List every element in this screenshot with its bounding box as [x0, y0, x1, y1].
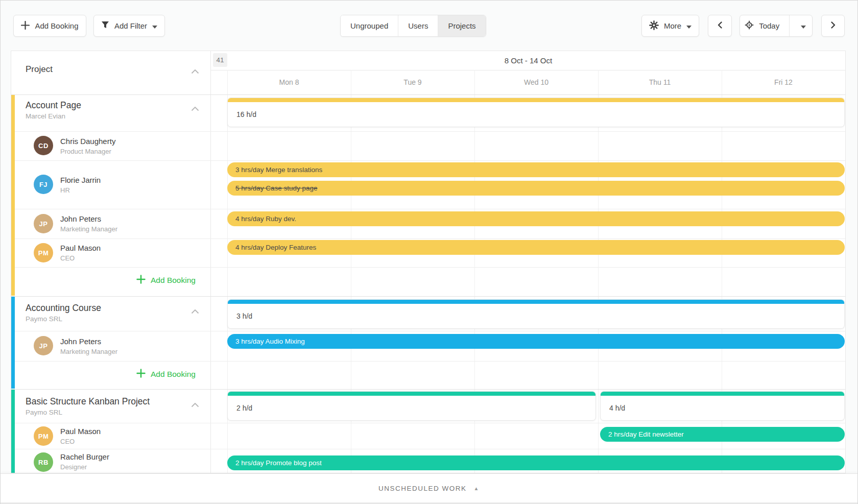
plus-icon	[136, 275, 146, 286]
row-divider	[11, 131, 846, 132]
avatar: FJ	[34, 175, 53, 194]
group-by-header: Project	[26, 64, 53, 75]
row-divider	[11, 209, 846, 209]
unscheduled-work-toggle[interactable]: UNSCHEDULED WORK ▲	[1, 473, 857, 503]
member-name: John Peters	[60, 337, 117, 346]
member-john-peters: John Peters Marketing Manager	[60, 209, 117, 238]
booking-label: 3 hrs/day Merge translations	[235, 166, 322, 174]
day-header-wed: Wed 10	[474, 70, 598, 94]
row-divider	[11, 94, 846, 95]
tab-users[interactable]: Users	[398, 15, 438, 36]
summary-hours-label: 3 h/d	[228, 304, 844, 328]
summary-card-strip	[228, 300, 844, 304]
member-chris-daugherty: Chris Daugherty Product Manager	[60, 131, 115, 160]
project-color-strip-accounting-course	[11, 297, 15, 389]
collapse-project-chevron-icon[interactable]	[191, 104, 199, 113]
project-subtitle: Marcel Evian	[26, 112, 81, 120]
today-label: Today	[759, 21, 779, 30]
add-filter-button[interactable]: Add Filter	[93, 15, 165, 37]
add-booking-button[interactable]: Add Booking	[13, 15, 86, 37]
schedule-panel: 41 8 Oct - 14 Oct Mon 8 Tue 9 Wed 10 Thu…	[11, 51, 846, 473]
add-booking-row-accounting-course[interactable]: Add Booking	[136, 369, 196, 380]
project-summary-card-accounting-course: 3 h/d	[227, 299, 845, 329]
project-color-strip-basic-structure	[11, 390, 15, 473]
avatar: JP	[34, 214, 53, 233]
avatar: RB	[34, 452, 53, 472]
gear-icon	[649, 20, 659, 32]
project-summary-card-basic-structure-1: 2 h/d	[227, 391, 596, 421]
member-john-peters: John Peters Marketing Manager	[60, 331, 117, 361]
tab-projects[interactable]: Projects	[438, 15, 485, 36]
project-header-accounting-course: Accounting Course Paymo SRL	[26, 303, 101, 323]
caret-down-icon	[686, 21, 692, 30]
project-header-basic-structure: Basic Structure Kanban Project Paymo SRL	[26, 396, 150, 416]
booking-bar-deploy-features[interactable]: 4 hrs/day Deploy Features	[227, 240, 845, 255]
collapse-project-chevron-icon[interactable]	[191, 307, 199, 316]
plus-icon	[21, 21, 30, 31]
project-subtitle: Paymo SRL	[26, 315, 101, 323]
today-split-button: Today	[740, 15, 813, 37]
booking-bar-case-study-page[interactable]: 5 hrs/day Case study page	[227, 181, 845, 196]
date-picker-caret-button[interactable]	[795, 15, 812, 36]
avatar: PM	[34, 243, 53, 262]
tab-ungrouped[interactable]: Ungrouped	[341, 15, 398, 36]
booking-label: 4 hrs/day Deploy Features	[235, 244, 316, 251]
member-name: John Peters	[60, 214, 117, 223]
project-header-account-page: Account Page Marcel Evian	[26, 100, 81, 120]
avatar: CD	[34, 136, 53, 155]
row-divider	[11, 238, 846, 239]
scheduler-app: Add Booking Add Filter Ungrouped Users P…	[0, 0, 858, 504]
summary-hours-label: 2 h/d	[228, 396, 595, 420]
summary-card-strip	[601, 392, 844, 396]
project-summary-card-basic-structure-2: 4 h/d	[600, 391, 845, 421]
project-title: Basic Structure Kanban Project	[26, 396, 150, 407]
project-title: Accounting Course	[26, 303, 101, 314]
day-header-thu: Thu 11	[598, 70, 722, 94]
collapse-up-icon: ▲	[474, 486, 480, 491]
project-title: Account Page	[26, 100, 81, 111]
booking-bar-edit-newsletter[interactable]: 2 hrs/day Edit newsletter	[600, 427, 845, 442]
grouping-tabs: Ungrouped Users Projects	[340, 15, 486, 37]
summary-card-strip	[228, 392, 595, 396]
caret-down-icon	[801, 21, 806, 30]
booking-bar-ruby-dev[interactable]: 4 hrs/day Ruby dev.	[227, 211, 845, 226]
row-divider	[11, 267, 846, 268]
previous-week-button[interactable]	[708, 15, 732, 37]
member-name: Paul Mason	[60, 244, 101, 252]
member-role: Product Manager	[60, 148, 115, 155]
tab-ungrouped-label: Ungrouped	[350, 21, 388, 30]
next-week-button[interactable]	[821, 15, 845, 37]
add-filter-label: Add Filter	[114, 21, 147, 30]
chevron-right-icon	[831, 21, 836, 30]
section-divider	[11, 296, 846, 297]
booking-bar-audio-mixing[interactable]: 3 hrs/day Audio Mixing	[227, 334, 845, 349]
today-button[interactable]: Today	[740, 20, 784, 31]
member-name: Chris Daugherty	[60, 137, 115, 146]
summary-hours-label: 16 h/d	[228, 102, 844, 127]
collapse-project-chevron-icon[interactable]	[191, 400, 199, 410]
add-booking-row-account-page[interactable]: Add Booking	[136, 275, 196, 286]
more-label: More	[664, 21, 681, 30]
day-header-tue: Tue 9	[351, 70, 474, 94]
member-role: Designer	[60, 463, 109, 471]
week-range-label: 8 Oct - 14 Oct	[210, 51, 846, 70]
booking-bar-promote-blog-post[interactable]: 2 hrs/day Promote blog post	[227, 455, 845, 470]
project-subtitle: Paymo SRL	[26, 409, 150, 416]
booking-label: 2 hrs/day Promote blog post	[235, 459, 322, 467]
row-divider	[11, 423, 846, 423]
section-divider	[11, 389, 846, 390]
unscheduled-work-label: UNSCHEDULED WORK	[378, 485, 467, 492]
add-booking-label: Add Booking	[151, 370, 196, 379]
row-divider	[11, 361, 846, 362]
booking-label: 2 hrs/day Edit newsletter	[608, 430, 684, 438]
row-divider	[11, 449, 846, 449]
booking-bar-merge-translations[interactable]: 3 hrs/day Merge translations	[227, 162, 845, 177]
collapse-all-chevron-icon[interactable]	[191, 67, 199, 76]
member-name: Rachel Burger	[60, 452, 109, 461]
member-florie-jarrin: Florie Jarrin HR	[60, 160, 101, 209]
caret-down-icon	[152, 21, 157, 30]
project-summary-card-account-page: 16 h/d	[227, 98, 845, 127]
plus-icon	[136, 369, 146, 380]
more-button[interactable]: More	[641, 15, 699, 37]
booking-label: 5 hrs/day Case study page	[235, 184, 318, 192]
